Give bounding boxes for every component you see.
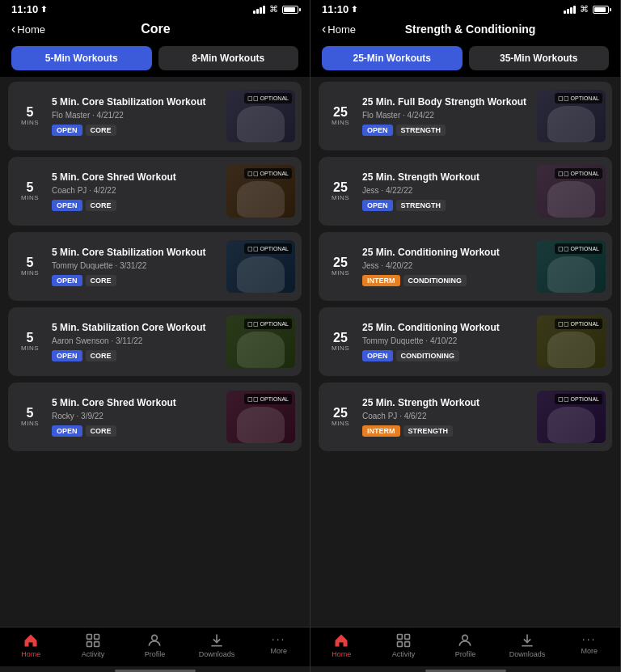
svg-rect-5	[397, 635, 402, 640]
tab-activity-left[interactable]: Activity	[62, 632, 125, 658]
downloads-icon-left	[209, 632, 225, 649]
tab-label-downloads-left: Downloads	[199, 650, 235, 658]
back-arrow-left: ‹	[11, 22, 15, 36]
card-tags: INTERM CONDITIONING	[362, 275, 530, 286]
card-info: 25 Min. Strength Workout Coach PJ · 4/6/…	[362, 397, 530, 437]
workout-card[interactable]: 25 MINS 25 Min. Conditioning Workout Tom…	[319, 307, 612, 376]
tag-open: OPEN	[52, 425, 82, 437]
workout-card[interactable]: 5 MINS 5 Min. Core Shred Workout Rocky ·…	[8, 382, 302, 451]
tab-profile-left[interactable]: Profile	[124, 632, 186, 658]
svg-point-9	[463, 635, 468, 640]
tag-core: CORE	[86, 125, 116, 136]
workout-card[interactable]: 25 MINS 25 Min. Full Body Strength Worko…	[319, 82, 612, 150]
card-title: 5 Min. Core Stabilization Workout	[52, 96, 220, 109]
tab-label-activity-right: Activity	[392, 650, 416, 658]
tab-label-more-left: More	[270, 647, 287, 655]
location-icon-left: ⬆	[40, 5, 47, 14]
tab-label-home-left: Home	[21, 650, 40, 658]
right-phone-screen: 11:10 ⬆ ⌘ ‹ Home Strength & Conditioning…	[310, 0, 621, 672]
tab-bar-left: Home Activity Profile Downloads ··· More	[0, 627, 310, 666]
mins-number: 5	[27, 256, 34, 269]
card-meta: Tommy Duquette · 4/10/22	[362, 336, 530, 345]
filter-tabs-left: 5-Min Workouts 8-Min Workouts	[0, 40, 310, 77]
optional-text: OPTIONAL	[571, 246, 599, 251]
card-tags: OPEN CORE	[52, 125, 220, 136]
mins-number: 25	[333, 332, 348, 344]
card-info: 5 Min. Stabilization Core Workout Aaron …	[52, 322, 220, 362]
back-button-right[interactable]: ‹ Home	[322, 22, 356, 36]
workout-card[interactable]: 5 MINS 5 Min. Stabilization Core Workout…	[8, 307, 302, 376]
tag-open: OPEN	[362, 350, 393, 361]
mins-number: 25	[333, 181, 348, 194]
card-thumbnail: ◻◻ OPTIONAL	[226, 90, 295, 142]
optional-badge: ◻◻ OPTIONAL	[555, 243, 602, 254]
card-thumbnail: ◻◻ OPTIONAL	[537, 90, 606, 142]
wifi-icon-right: ⌘	[580, 4, 589, 15]
tab-bar-right: Home Activity Profile Downloads ··· More	[310, 627, 620, 666]
mins-badge: 5 MINS	[15, 256, 45, 277]
card-info: 25 Min. Conditioning Workout Jess · 4/20…	[362, 247, 530, 287]
home-icon-left	[23, 632, 39, 649]
page-title-left: Core	[45, 22, 266, 36]
tab-downloads-left[interactable]: Downloads	[186, 632, 248, 658]
optional-text: OPTIONAL	[260, 95, 289, 101]
card-title: 25 Min. Conditioning Workout	[362, 247, 530, 260]
card-tags: OPEN CONDITIONING	[362, 350, 530, 361]
tab-home-right[interactable]: Home	[310, 632, 373, 658]
status-bar-left: 11:10 ⬆ ⌘	[0, 0, 310, 17]
mins-number: 25	[333, 256, 348, 269]
optional-text: OPTIONAL	[260, 246, 289, 251]
tab-label-more-right: More	[581, 647, 598, 655]
card-title: 25 Min. Strength Workout	[362, 171, 530, 184]
nav-bar-left: ‹ Home Core	[0, 17, 310, 40]
filter-tab-25min[interactable]: 25-Min Workouts	[322, 46, 463, 70]
filter-tab-8min[interactable]: 8-Min Workouts	[158, 46, 299, 70]
filter-tab-5min[interactable]: 5-Min Workouts	[11, 46, 152, 70]
mins-badge: 25 MINS	[325, 332, 356, 352]
mins-label: MINS	[21, 344, 39, 352]
card-info: 25 Min. Full Body Strength Workout Flo M…	[362, 96, 530, 137]
profile-icon-left	[146, 632, 163, 649]
tab-more-left[interactable]: ··· More	[247, 632, 310, 658]
wifi-icon-left: ⌘	[269, 4, 278, 15]
optional-badge: ◻◻ OPTIONAL	[555, 319, 602, 329]
back-arrow-right: ‹	[322, 22, 326, 36]
downloads-icon-right	[519, 632, 535, 649]
workout-card[interactable]: 5 MINS 5 Min. Core Stabilization Workout…	[8, 82, 302, 150]
workout-card[interactable]: 25 MINS 25 Min. Conditioning Workout Jes…	[319, 232, 612, 301]
workout-card[interactable]: 25 MINS 25 Min. Strength Workout Coach P…	[319, 382, 612, 451]
tag-interm: INTERM	[362, 275, 400, 286]
svg-rect-2	[87, 642, 91, 647]
workout-list-left: 5 MINS 5 Min. Core Stabilization Workout…	[0, 77, 310, 627]
workout-card[interactable]: 5 MINS 5 Min. Core Stabilization Workout…	[8, 232, 302, 301]
optional-badge: ◻◻ OPTIONAL	[244, 394, 292, 404]
mins-number: 25	[333, 407, 348, 420]
activity-icon-right	[395, 632, 412, 649]
optional-badge: ◻◻ OPTIONAL	[244, 168, 292, 179]
workout-card[interactable]: 5 MINS 5 Min. Core Shred Workout Coach P…	[8, 157, 302, 226]
mins-badge: 5 MINS	[15, 181, 45, 201]
tab-activity-right[interactable]: Activity	[373, 632, 435, 658]
status-time-right: 11:10 ⬆	[322, 3, 357, 15]
tag-open: OPEN	[52, 200, 82, 211]
mins-label: MINS	[21, 420, 39, 427]
back-label-right: Home	[327, 23, 356, 36]
tag-open: OPEN	[52, 125, 82, 136]
mins-badge: 25 MINS	[325, 181, 356, 201]
tab-home-left[interactable]: Home	[0, 632, 62, 658]
tab-downloads-right[interactable]: Downloads	[496, 632, 559, 658]
optional-text: OPTIONAL	[571, 171, 599, 176]
tag-interm: INTERM	[362, 425, 400, 437]
card-tags: INTERM STRENGTH	[362, 425, 530, 437]
back-button-left[interactable]: ‹ Home	[11, 22, 45, 36]
optional-badge: ◻◻ OPTIONAL	[555, 394, 602, 404]
tab-profile-right[interactable]: Profile	[434, 632, 496, 658]
workout-card[interactable]: 25 MINS 25 Min. Strength Workout Jess · …	[319, 157, 612, 226]
card-tags: OPEN CORE	[52, 350, 220, 361]
signal-icon-left	[253, 6, 265, 14]
card-meta: Jess · 4/20/22	[362, 261, 530, 270]
optional-text: OPTIONAL	[571, 396, 599, 402]
tab-more-right[interactable]: ··· More	[558, 632, 620, 658]
mins-label: MINS	[332, 119, 349, 126]
filter-tab-35min[interactable]: 35-Min Workouts	[469, 46, 610, 70]
